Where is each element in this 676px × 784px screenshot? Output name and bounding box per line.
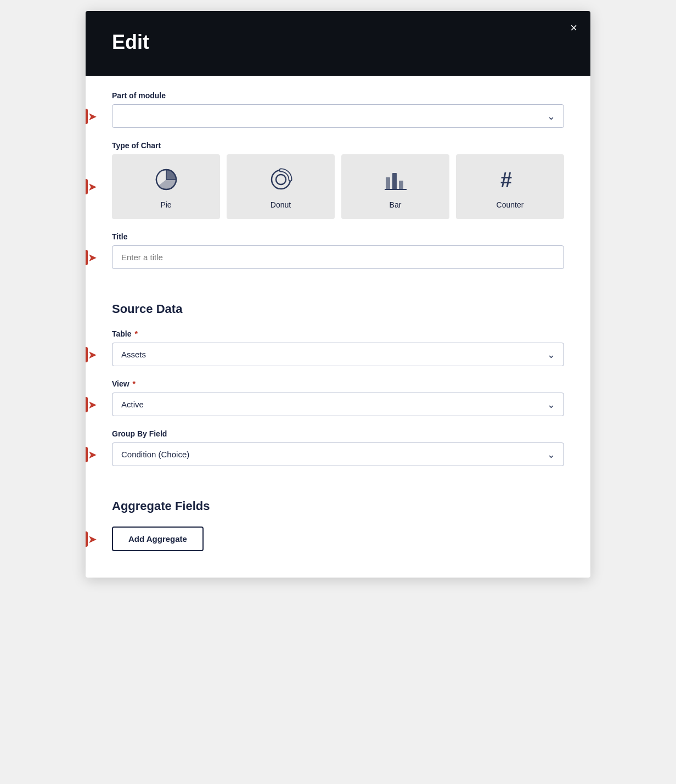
- arrow-e: ➤: [88, 399, 97, 410]
- chart-type-pie[interactable]: Pie: [112, 154, 220, 219]
- chart-type-pie-label: Pie: [160, 200, 171, 209]
- modal-header: Edit ×: [86, 11, 590, 76]
- part-of-module-select[interactable]: [112, 104, 564, 128]
- table-group: Table * d ➤ Assets ⌄: [112, 329, 564, 366]
- part-of-module-group: Part of module a ➤ ⌄: [112, 91, 564, 128]
- arrow-d: ➤: [88, 349, 97, 360]
- annotation-f: f ➤: [86, 447, 97, 462]
- annotation-g: g ➤: [86, 531, 97, 547]
- chart-type-options: Pie Donut: [112, 154, 564, 219]
- svg-rect-3: [392, 173, 397, 189]
- type-of-chart-group: Type of Chart b ➤: [112, 141, 564, 219]
- chart-type-donut-label: Donut: [271, 200, 291, 209]
- counter-icon: #: [498, 167, 522, 195]
- table-select-wrapper: Assets ⌄: [112, 343, 564, 366]
- view-label: View *: [112, 379, 564, 388]
- close-button[interactable]: ×: [570, 22, 577, 34]
- annotation-e: e ➤: [86, 397, 97, 412]
- annotation-d: d ➤: [86, 347, 97, 362]
- arrow-b: ➤: [88, 181, 97, 192]
- modal-body: Part of module a ➤ ⌄ Type of Chart b: [86, 76, 590, 578]
- group-by-field-group: Group By Field f ➤ Condition (Choice) ⌄: [112, 429, 564, 466]
- group-by-select[interactable]: Condition (Choice): [112, 443, 564, 466]
- chart-type-counter-label: Counter: [497, 200, 524, 209]
- view-required: *: [131, 379, 136, 388]
- title-label: Title: [112, 232, 564, 241]
- add-aggregate-button[interactable]: Add Aggregate: [112, 527, 204, 551]
- title-group: Title c ➤: [112, 232, 564, 269]
- chart-type-counter[interactable]: # Counter: [456, 154, 564, 219]
- view-select-wrapper: Active ⌄: [112, 393, 564, 416]
- group-by-field-label: Group By Field: [112, 429, 564, 438]
- part-of-module-label: Part of module: [112, 91, 564, 100]
- chart-type-bar[interactable]: Bar: [341, 154, 449, 219]
- svg-point-1: [276, 175, 286, 184]
- annotation-a: a ➤: [86, 109, 97, 124]
- group-by-select-wrapper: Condition (Choice) ⌄: [112, 443, 564, 466]
- table-select[interactable]: Assets: [112, 343, 564, 366]
- donut-icon: [269, 167, 293, 195]
- view-select[interactable]: Active: [112, 393, 564, 416]
- pie-icon: [154, 167, 178, 195]
- type-of-chart-label: Type of Chart: [112, 141, 564, 150]
- modal-title: Edit: [112, 31, 564, 54]
- view-group: View * e ➤ Active ⌄: [112, 379, 564, 416]
- part-of-module-select-wrapper: ⌄: [112, 104, 564, 128]
- arrow-c: ➤: [88, 252, 97, 263]
- modal: Edit × Part of module a ➤ ⌄ Type: [86, 11, 590, 578]
- svg-rect-4: [399, 181, 403, 189]
- arrow-g: ➤: [88, 534, 97, 545]
- chart-type-bar-label: Bar: [390, 200, 402, 209]
- table-required: *: [133, 329, 138, 338]
- annotation-c: c ➤: [86, 250, 97, 265]
- add-aggregate-wrapper: g ➤ Add Aggregate: [112, 527, 564, 551]
- source-data-section-title: Source Data: [112, 302, 564, 316]
- title-input[interactable]: [112, 245, 564, 269]
- chart-type-donut[interactable]: Donut: [227, 154, 335, 219]
- aggregate-fields-section-title: Aggregate Fields: [112, 499, 564, 513]
- arrow-f: ➤: [88, 449, 97, 460]
- arrow-a: ➤: [88, 111, 97, 122]
- svg-rect-2: [386, 177, 390, 189]
- annotation-b: b ➤: [86, 179, 97, 194]
- bar-icon: [384, 167, 408, 195]
- svg-text:#: #: [500, 169, 512, 192]
- table-label: Table *: [112, 329, 564, 338]
